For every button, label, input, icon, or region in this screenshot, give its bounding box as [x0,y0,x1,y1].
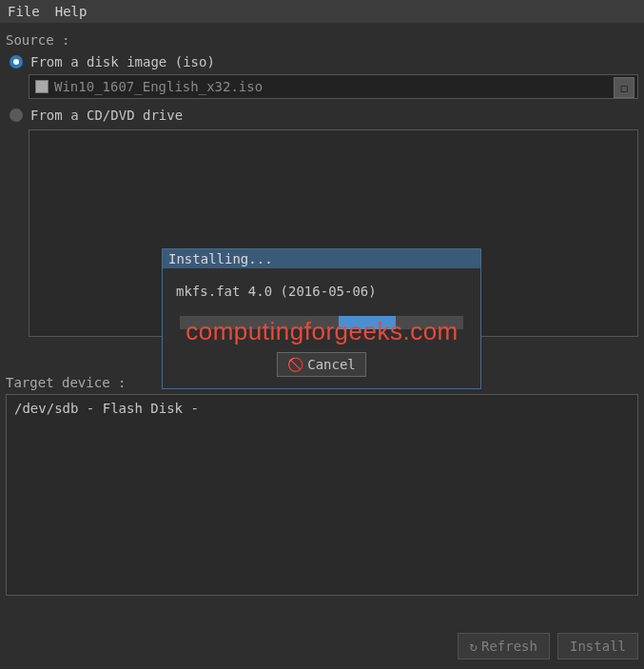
action-buttons: ↻ Refresh Install [458,633,638,659]
refresh-button[interactable]: ↻ Refresh [458,633,550,659]
radio-icon [10,108,23,122]
radio-from-cd[interactable]: From a CD/DVD drive [6,105,638,126]
dialog-title: Installing... [163,249,480,268]
source-label: Source : [6,32,638,48]
stop-icon: 🚫 [287,357,303,372]
menu-help[interactable]: Help [55,4,88,19]
iso-file-name: Win10_1607_English_x32.iso [54,79,632,94]
refresh-icon: ↻ [470,639,478,654]
radio-from-iso[interactable]: From a disk image (iso) [6,51,638,72]
radio-from-iso-label: From a disk image (iso) [30,54,215,69]
browse-button[interactable]: ◻ [614,77,634,98]
radio-icon [10,55,23,69]
installing-dialog: Installing... mkfs.fat 4.0 (2016-05-06) … [162,248,481,389]
refresh-label: Refresh [481,639,537,654]
progress-bar [180,316,463,329]
dialog-message: mkfs.fat 4.0 (2016-05-06) [176,284,467,299]
menubar: File Help [0,0,644,23]
menu-file[interactable]: File [8,4,40,19]
iso-file-input[interactable]: Win10_1607_English_x32.iso ◻ [29,74,638,99]
progress-fill [339,316,396,329]
folder-icon: ◻ [620,80,628,95]
cancel-button[interactable]: 🚫 Cancel [277,352,366,377]
radio-from-cd-label: From a CD/DVD drive [30,108,183,123]
dialog-body: mkfs.fat 4.0 (2016-05-06) 🚫 Cancel [163,268,480,388]
list-item[interactable]: /dev/sdb - Flash Disk - [7,395,637,422]
target-device-list[interactable]: /dev/sdb - Flash Disk - [6,394,638,596]
cancel-label: Cancel [307,357,356,372]
install-button[interactable]: Install [557,633,638,659]
install-label: Install [570,639,626,654]
disk-icon [35,80,49,93]
